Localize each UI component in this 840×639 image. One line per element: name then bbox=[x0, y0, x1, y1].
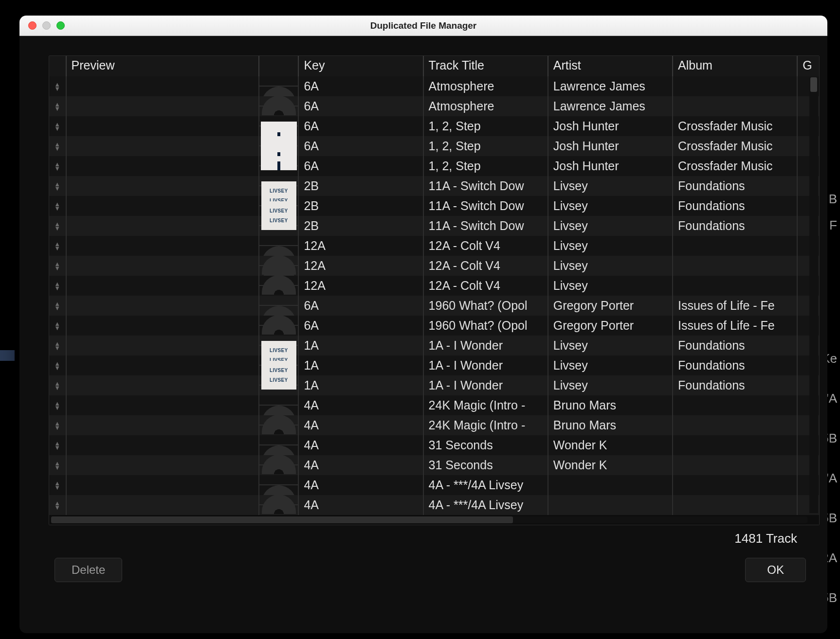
table-row[interactable]: ▲▼4A31 SecondsWonder K bbox=[49, 435, 819, 455]
row-reorder-handle[interactable]: ▲▼ bbox=[49, 336, 66, 355]
cell-preview[interactable] bbox=[66, 455, 259, 475]
cell-preview[interactable] bbox=[66, 76, 259, 96]
column-album[interactable]: Album bbox=[673, 56, 797, 76]
row-reorder-handle[interactable]: ▲▼ bbox=[49, 375, 66, 395]
table-row[interactable]: ▲▼6A1960 What? (OpolGregory PorterIssues… bbox=[49, 296, 819, 316]
row-reorder-handle[interactable]: ▲▼ bbox=[49, 276, 66, 296]
cell-preview[interactable] bbox=[66, 136, 259, 156]
cell-preview[interactable] bbox=[66, 236, 259, 256]
row-reorder-handle[interactable]: ▲▼ bbox=[49, 455, 66, 475]
row-reorder-handle[interactable]: ▲▼ bbox=[49, 216, 66, 236]
chevron-updown-icon[interactable]: ▲▼ bbox=[49, 302, 66, 310]
chevron-updown-icon[interactable]: ▲▼ bbox=[49, 182, 66, 191]
row-reorder-handle[interactable]: ▲▼ bbox=[49, 475, 66, 495]
chevron-updown-icon[interactable]: ▲▼ bbox=[49, 142, 66, 151]
row-reorder-handle[interactable]: ▲▼ bbox=[49, 395, 66, 415]
chevron-updown-icon[interactable]: ▲▼ bbox=[49, 361, 66, 370]
cell-preview[interactable] bbox=[66, 495, 259, 515]
table-row[interactable]: ▲▼6A1, 2, StepJosh HunterCrossfader Musi… bbox=[49, 116, 819, 136]
column-extra[interactable]: G bbox=[797, 56, 819, 76]
chevron-updown-icon[interactable]: ▲▼ bbox=[49, 501, 66, 510]
table-row[interactable]: ▲▼LIVSEY2B11A - Switch DowLivseyFoundati… bbox=[49, 176, 819, 196]
cell-preview[interactable] bbox=[66, 435, 259, 455]
row-reorder-handle[interactable]: ▲▼ bbox=[49, 236, 66, 256]
table-row[interactable]: ▲▼6A1960 What? (OpolGregory PorterIssues… bbox=[49, 316, 819, 336]
row-reorder-handle[interactable]: ▲▼ bbox=[49, 296, 66, 316]
vertical-scrollbar-thumb[interactable] bbox=[810, 77, 817, 92]
table-row[interactable]: ▲▼12A12A - Colt V4Livsey bbox=[49, 276, 819, 296]
table-row[interactable]: ▲▼4A24K Magic (Intro -Bruno Mars bbox=[49, 415, 819, 435]
horizontal-scrollbar-thumb[interactable] bbox=[51, 516, 513, 523]
row-reorder-handle[interactable]: ▲▼ bbox=[49, 415, 66, 435]
table-row[interactable]: ▲▼LIVSEY1A1A - I WonderLivseyFoundations bbox=[49, 375, 819, 395]
chevron-updown-icon[interactable]: ▲▼ bbox=[49, 222, 66, 231]
cell-preview[interactable] bbox=[66, 316, 259, 336]
cell-preview[interactable] bbox=[66, 395, 259, 415]
cell-preview[interactable] bbox=[66, 256, 259, 276]
row-reorder-handle[interactable]: ▲▼ bbox=[49, 316, 66, 336]
cell-preview[interactable] bbox=[66, 276, 259, 296]
row-reorder-handle[interactable]: ▲▼ bbox=[49, 435, 66, 455]
cell-preview[interactable] bbox=[66, 336, 259, 355]
chevron-updown-icon[interactable]: ▲▼ bbox=[49, 481, 66, 490]
chevron-updown-icon[interactable]: ▲▼ bbox=[49, 401, 66, 410]
chevron-updown-icon[interactable]: ▲▼ bbox=[49, 341, 66, 350]
table-row[interactable]: ▲▼6AAtmosphereLawrence James bbox=[49, 76, 819, 96]
cell-preview[interactable] bbox=[66, 296, 259, 316]
cell-preview[interactable] bbox=[66, 176, 259, 196]
table-row[interactable]: ▲▼LIVSEYLIVSEY1A1A - I WonderLivseyFound… bbox=[49, 355, 819, 375]
column-preview[interactable]: Preview bbox=[66, 56, 259, 76]
cell-preview[interactable] bbox=[66, 96, 259, 116]
table-row[interactable]: ▲▼LIVSEYLIVSEY2B11A - Switch DowLivseyFo… bbox=[49, 196, 819, 216]
ok-button[interactable]: OK bbox=[745, 558, 806, 582]
column-key[interactable]: Key bbox=[298, 56, 423, 76]
chevron-updown-icon[interactable]: ▲▼ bbox=[49, 162, 66, 171]
chevron-updown-icon[interactable]: ▲▼ bbox=[49, 202, 66, 211]
row-reorder-handle[interactable]: ▲▼ bbox=[49, 116, 66, 136]
row-reorder-handle[interactable]: ▲▼ bbox=[49, 196, 66, 216]
table-row[interactable]: ▲▼LIVSEY1A1A - I WonderLivseyFoundations bbox=[49, 336, 819, 355]
column-handle[interactable] bbox=[49, 56, 66, 76]
table-row[interactable]: ▲▼6AAtmosphereLawrence James bbox=[49, 96, 819, 116]
table-row[interactable]: ▲▼LIVSEY2B11A - Switch DowLivseyFoundati… bbox=[49, 216, 819, 236]
chevron-updown-icon[interactable]: ▲▼ bbox=[49, 441, 66, 450]
vertical-scrollbar[interactable] bbox=[809, 77, 818, 513]
table-row[interactable]: ▲▼4A4A - ***/4A Livsey bbox=[49, 475, 819, 495]
row-reorder-handle[interactable]: ▲▼ bbox=[49, 495, 66, 515]
row-reorder-handle[interactable]: ▲▼ bbox=[49, 156, 66, 176]
cell-preview[interactable] bbox=[66, 156, 259, 176]
horizontal-scrollbar[interactable] bbox=[49, 515, 819, 525]
table-row[interactable]: ▲▼12A12A - Colt V4Livsey bbox=[49, 236, 819, 256]
cell-preview[interactable] bbox=[66, 116, 259, 136]
table-row[interactable]: ▲▼6A1, 2, StepJosh HunterCrossfader Musi… bbox=[49, 156, 819, 176]
chevron-updown-icon[interactable]: ▲▼ bbox=[49, 102, 66, 111]
table-row[interactable]: ▲▼4A31 SecondsWonder K bbox=[49, 455, 819, 475]
chevron-updown-icon[interactable]: ▲▼ bbox=[49, 461, 66, 470]
cell-preview[interactable] bbox=[66, 475, 259, 495]
table-row[interactable]: ▲▼6A1, 2, StepJosh HunterCrossfader Musi… bbox=[49, 136, 819, 156]
chevron-updown-icon[interactable]: ▲▼ bbox=[49, 321, 66, 330]
cell-preview[interactable] bbox=[66, 355, 259, 375]
table-row[interactable]: ▲▼12A12A - Colt V4Livsey bbox=[49, 256, 819, 276]
chevron-updown-icon[interactable]: ▲▼ bbox=[49, 242, 66, 250]
delete-button[interactable]: Delete bbox=[55, 558, 122, 582]
cell-preview[interactable] bbox=[66, 415, 259, 435]
chevron-updown-icon[interactable]: ▲▼ bbox=[49, 282, 66, 290]
chevron-updown-icon[interactable]: ▲▼ bbox=[49, 262, 66, 270]
chevron-updown-icon[interactable]: ▲▼ bbox=[49, 421, 66, 430]
chevron-updown-icon[interactable]: ▲▼ bbox=[49, 122, 66, 131]
table-row[interactable]: ▲▼4A4A - ***/4A Livsey bbox=[49, 495, 819, 515]
table-row[interactable]: ▲▼4A24K Magic (Intro -Bruno Mars bbox=[49, 395, 819, 415]
column-title[interactable]: Track Title bbox=[423, 56, 548, 76]
chevron-updown-icon[interactable]: ▲▼ bbox=[49, 82, 66, 91]
cell-preview[interactable] bbox=[66, 196, 259, 216]
row-reorder-handle[interactable]: ▲▼ bbox=[49, 355, 66, 375]
row-reorder-handle[interactable]: ▲▼ bbox=[49, 76, 66, 96]
column-artist[interactable]: Artist bbox=[548, 56, 673, 76]
column-art[interactable] bbox=[259, 56, 298, 76]
row-reorder-handle[interactable]: ▲▼ bbox=[49, 136, 66, 156]
cell-preview[interactable] bbox=[66, 216, 259, 236]
row-reorder-handle[interactable]: ▲▼ bbox=[49, 256, 66, 276]
row-reorder-handle[interactable]: ▲▼ bbox=[49, 176, 66, 196]
chevron-updown-icon[interactable]: ▲▼ bbox=[49, 381, 66, 390]
